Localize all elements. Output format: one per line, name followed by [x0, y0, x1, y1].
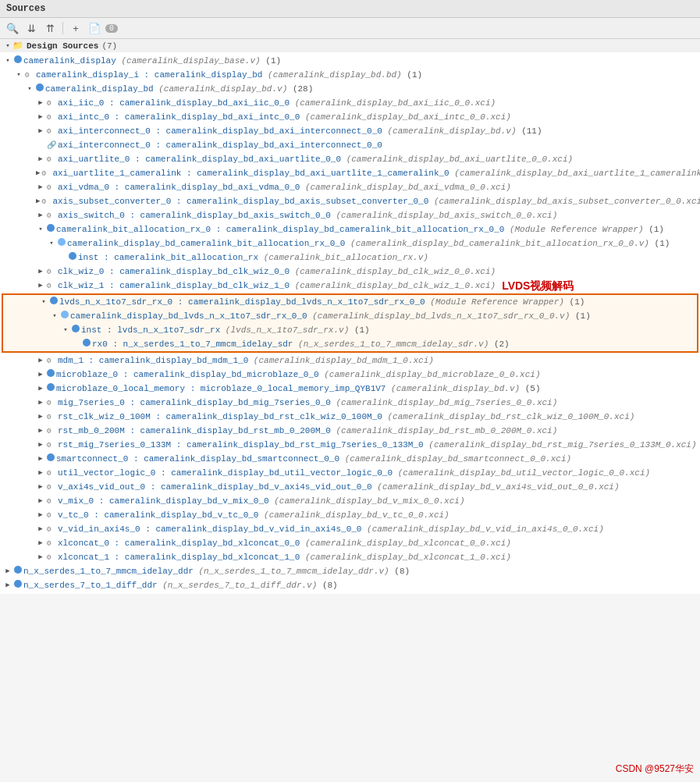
tree-row[interactable]: ▾cameralink_display (cameralink_display_…	[0, 54, 700, 68]
tree-row[interactable]: ▾lvds_n_x_1to7_sdr_rx_0 : cameralink_dis…	[3, 295, 697, 309]
tree-row[interactable]: inst : cameralink_bit_allocation_rx (cam…	[0, 251, 700, 265]
tree-row[interactable]: ▶⚙v_axi4s_vid_out_0 : cameralink_display…	[0, 480, 700, 494]
tree-row[interactable]: ▶⚙axi_vdma_0 : cameralink_display_bd_axi…	[0, 180, 700, 194]
expand-btn[interactable]: ▶	[36, 553, 45, 562]
gear-icon: ⚙	[45, 467, 58, 479]
expand-btn[interactable]: ▶	[36, 98, 45, 108]
tree-row[interactable]: ▾cameralink_display_bd (cameralink_displ…	[0, 82, 700, 96]
tree-row[interactable]: ▶⚙axis_subset_converter_0 : cameralink_d…	[0, 194, 700, 208]
tree-row[interactable]: ▶⚙rst_mb_0_200M : cameralink_display_bd_…	[0, 424, 700, 438]
expand-btn[interactable]: ▾	[3, 56, 12, 66]
expand-btn[interactable]: ▶	[36, 384, 45, 393]
watermark: CSDN @9527华安	[616, 762, 694, 776]
expand-btn[interactable]: ▶	[36, 496, 45, 506]
tree-row[interactable]: ▶⚙clk_wiz_0 : cameralink_display_bd_clk_…	[0, 265, 700, 279]
expand-btn[interactable]: ▶	[36, 440, 45, 450]
expand-btn[interactable]: ▾	[39, 297, 48, 307]
expand-all-button[interactable]: ⇈	[42, 20, 58, 36]
blue-circle-icon	[45, 223, 56, 236]
expand-btn[interactable]: ▶	[3, 581, 12, 590]
tree-row[interactable]: ▾⚙cameralink_display_i : cameralink_disp…	[0, 68, 700, 82]
expand-btn[interactable]: ▶	[36, 281, 45, 290]
gear-icon: ⚙	[40, 167, 52, 180]
expand-btn[interactable]: ▶	[36, 482, 45, 492]
highlighted-section: ▾lvds_n_x_1to7_sdr_rx_0 : cameralink_dis…	[2, 293, 698, 353]
tree-row[interactable]: ▾cameralink_display_bd_cameralink_bit_al…	[0, 236, 700, 251]
expand-btn[interactable]: ▶	[36, 454, 45, 464]
tree-row[interactable]: ▶⚙v_tc_0 : cameralink_display_bd_v_tc_0_…	[0, 508, 700, 522]
annotation-text: LVDS视频解码	[502, 279, 574, 292]
tree-row[interactable]: ▶⚙v_vid_in_axi4s_0 : cameralink_display_…	[0, 522, 700, 536]
row-text: axi_interconnect_0 : cameralink_display_…	[58, 139, 382, 151]
gear-icon: ⚙	[45, 181, 58, 194]
gear-icon: ⚙	[45, 279, 58, 292]
tree-row[interactable]: ▶⚙mdm_1 : cameralink_display_bd_mdm_1_0 …	[0, 354, 700, 368]
expand-btn[interactable]: ▾	[36, 225, 45, 234]
row-text: axi_vdma_0 : cameralink_display_bd_axi_v…	[58, 181, 511, 194]
blue-circle-icon	[81, 338, 92, 350]
tree-row[interactable]: ▶⚙axi_iic_0 : cameralink_display_bd_axi_…	[0, 96, 700, 110]
expand-btn[interactable]: ▾	[14, 70, 23, 80]
tree-row[interactable]: rx0 : n_x_serdes_1_to_7_mmcm_idelay_sdr …	[3, 337, 697, 351]
expand-btn[interactable]: ▶	[36, 398, 45, 407]
row-text: v_mix_0 : cameralink_display_bd_v_mix_0_…	[58, 495, 465, 507]
tree-row[interactable]: ▶⚙xlconcat_1 : cameralink_display_bd_xlc…	[0, 550, 700, 564]
expand-btn[interactable]: ▾	[47, 239, 56, 248]
expand-btn[interactable]: ▶	[36, 539, 45, 548]
expand-btn[interactable]: ▶	[36, 510, 45, 520]
tree-row[interactable]: ▶microblaze_0_local_memory : microblaze_…	[0, 382, 700, 396]
expand-btn[interactable]: ▶	[36, 183, 45, 192]
row-text: axi_uartlite_1_cameralink : cameralink_d…	[52, 167, 700, 180]
tree-row[interactable]: ▶microblaze_0 : cameralink_display_bd_mi…	[0, 368, 700, 382]
tree-row[interactable]: ▶⚙clk_wiz_1 : cameralink_display_bd_clk_…	[0, 279, 700, 293]
expand-btn[interactable]: ▶	[3, 567, 12, 576]
blue-circle-icon	[45, 382, 56, 395]
tree-row[interactable]: ▶⚙util_vector_logic_0 : cameralink_displ…	[0, 466, 700, 480]
gear-icon: ⚙	[45, 354, 58, 367]
tree-row[interactable]: ▾inst : lvds_n_x_1to7_sdr_rx (lvds_n_x_1…	[3, 323, 697, 337]
gear-icon: ⚙	[45, 439, 58, 451]
tree-row[interactable]: ▶⚙xlconcat_0 : cameralink_display_bd_xlc…	[0, 536, 700, 550]
expand-btn[interactable]: ▶	[36, 426, 45, 435]
section-expand[interactable]: ▾	[3, 41, 12, 51]
section-count: (7)	[101, 41, 117, 51]
row-text: axi_uartlite_0 : cameralink_display_bd_a…	[58, 153, 573, 165]
tree-row[interactable]: ▶⚙rst_clk_wiz_0_100M : cameralink_displa…	[0, 410, 700, 424]
expand-btn[interactable]: ▾	[61, 325, 70, 335]
row-text: cameralink_display_bd_lvds_n_x_1to7_sdr_…	[70, 310, 591, 322]
tree-row[interactable]: ▶⚙rst_mig_7series_0_133M : cameralink_di…	[0, 438, 700, 452]
expand-btn[interactable]: ▶	[36, 524, 45, 534]
collapse-all-button[interactable]: ⇊	[23, 20, 39, 36]
expand-btn[interactable]: ▶	[36, 468, 45, 478]
expand-btn[interactable]: ▶	[36, 126, 45, 136]
tree-row[interactable]: ▶⚙axi_uartlite_1_cameralink : cameralink…	[0, 166, 700, 180]
search-button[interactable]: 🔍	[5, 20, 20, 36]
tree-row[interactable]: ▶⚙v_mix_0 : cameralink_display_bd_v_mix_…	[0, 494, 700, 508]
expand-btn[interactable]: ▾	[25, 84, 34, 94]
expand-btn[interactable]: ▶	[36, 412, 45, 421]
tree-row[interactable]: ▾cameralink_display_bd_lvds_n_x_1to7_sdr…	[3, 309, 697, 323]
tree-row[interactable]: 🔗axi_interconnect_0 : cameralink_display…	[0, 138, 700, 152]
tree-row[interactable]: ▶n_x_serdes_7_to_1_diff_ddr (n_x_serdes_…	[0, 578, 700, 592]
add-button[interactable]: +	[68, 20, 84, 36]
tree-row[interactable]: ▶⚙axi_intc_0 : cameralink_display_bd_axi…	[0, 110, 700, 124]
tree-row[interactable]: ▶n_x_serdes_1_to_7_mmcm_idelay_ddr (n_x_…	[0, 564, 700, 578]
blue-circle-icon	[12, 55, 23, 67]
tree-row[interactable]: ▶⚙mig_7series_0 : cameralink_display_bd_…	[0, 396, 700, 410]
panel-title: Sources	[0, 0, 700, 18]
doc-button[interactable]: 📄	[87, 20, 102, 36]
tree-row[interactable]: ▶⚙axi_interconnect_0 : cameralink_displa…	[0, 124, 700, 138]
tree-row[interactable]: ▶smartconnect_0 : cameralink_display_bd_…	[0, 452, 700, 466]
tree-row[interactable]: ▶⚙axis_switch_0 : cameralink_display_bd_…	[0, 208, 700, 222]
row-text: inst : cameralink_bit_allocation_rx (cam…	[78, 251, 428, 264]
expand-btn[interactable]: ▾	[50, 311, 59, 321]
tree-row[interactable]: ▾cameralink_bit_allocation_rx_0 : camera…	[0, 222, 700, 236]
tree-row[interactable]: ▶⚙axi_uartlite_0 : cameralink_display_bd…	[0, 152, 700, 166]
expand-btn[interactable]: ▶	[36, 211, 45, 220]
expand-btn[interactable]: ▶	[36, 155, 45, 164]
expand-btn[interactable]: ▶	[36, 356, 45, 365]
expand-btn[interactable]: ▶	[36, 267, 45, 276]
gear-icon: ⚙	[45, 509, 58, 521]
expand-btn[interactable]: ▶	[36, 370, 45, 379]
expand-btn[interactable]: ▶	[36, 112, 45, 122]
